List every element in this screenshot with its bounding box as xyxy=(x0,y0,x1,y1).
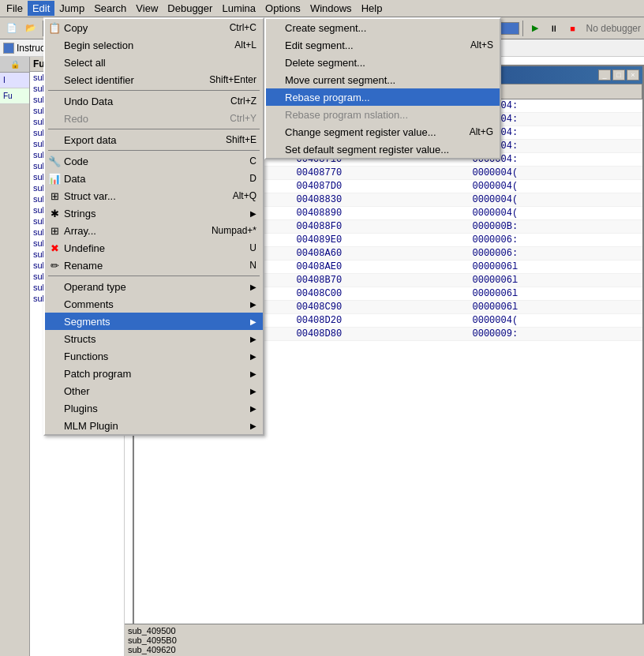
table-row[interactable]: .text 00408D20 0000004( xyxy=(135,314,642,328)
cell-start: 00408650 xyxy=(290,126,466,140)
func-item[interactable]: sub_ xyxy=(30,149,124,160)
win-minimize[interactable]: _ xyxy=(598,69,611,81)
func-item[interactable]: sub_ xyxy=(30,171,124,182)
func-item[interactable]: sub_ xyxy=(30,216,124,227)
segment-table-container[interactable]: Segment Start Length .text 00408590 0000… xyxy=(134,84,642,647)
table-row[interactable]: .text 00408A60 0000006: xyxy=(135,247,642,261)
func-item[interactable]: sub_ xyxy=(30,116,124,127)
toolbar-open[interactable]: 📂 xyxy=(22,20,39,37)
menu-search[interactable]: Search xyxy=(89,1,131,16)
cell-length: 0000004: xyxy=(466,99,642,113)
func-item[interactable]: sub_ xyxy=(30,282,124,293)
menu-file[interactable]: File xyxy=(2,1,28,16)
menu-options[interactable]: Options xyxy=(260,1,305,16)
menu-view[interactable]: View xyxy=(131,1,163,16)
func-item[interactable]: sub_ xyxy=(30,271,124,282)
cell-length: 0000004: xyxy=(466,140,642,153)
func-item[interactable]: sub_ xyxy=(30,72,124,83)
legend-external: External s xyxy=(174,43,230,54)
menu-debugger[interactable]: Debugger xyxy=(163,1,217,16)
cell-segment: .text xyxy=(135,207,290,220)
func-item[interactable]: sub_ xyxy=(30,260,124,271)
cell-start: 004089E0 xyxy=(290,234,466,247)
cell-start: 004088F0 xyxy=(290,220,466,234)
table-row[interactable]: .text 00408AE0 0000006l xyxy=(135,261,642,274)
table-row[interactable]: .text 004085F0 0000004: xyxy=(135,113,642,126)
table-row[interactable]: .text 00408830 0000004( xyxy=(135,193,642,207)
menu-bar: File Edit Jump Search View Debugger Lumi… xyxy=(0,0,644,17)
func-item[interactable]: sub_ xyxy=(30,83,124,94)
table-row[interactable]: .text 00408650 0000004: xyxy=(135,126,642,140)
legend-unexplored: Unexplored xyxy=(107,43,168,54)
debug-stop[interactable]: ■ xyxy=(564,20,582,37)
col-length: Length xyxy=(466,84,642,99)
menu-edit[interactable]: Edit xyxy=(28,1,54,16)
cell-length: 0000004( xyxy=(466,193,642,207)
cell-start: 00408C00 xyxy=(290,287,466,301)
table-row[interactable]: .text 00408770 0000004( xyxy=(135,167,642,180)
unexplored-color xyxy=(107,43,118,54)
func-item[interactable]: sub_ xyxy=(30,293,124,304)
data-color xyxy=(66,43,77,54)
func-item[interactable]: sub_ xyxy=(30,227,124,238)
cell-start: 00408890 xyxy=(290,207,466,220)
func-item[interactable]: sub_ xyxy=(30,138,124,149)
debug-run[interactable]: ▶ xyxy=(526,20,544,37)
left-nav-item2[interactable]: Fu xyxy=(0,88,29,104)
cell-length: 0000004: xyxy=(466,126,642,140)
cell-segment: .text xyxy=(135,261,290,274)
cell-start: 004086B0 xyxy=(290,140,466,153)
table-row[interactable]: .text 00408C90 0000006l xyxy=(135,301,642,314)
table-row[interactable]: .text 00408B70 0000006l xyxy=(135,274,642,287)
status-bar: sub_409500 sub_4095B0 sub_409620 xyxy=(125,624,644,656)
legend-bar: Instruction Data Unexplored External s xyxy=(0,39,644,57)
table-row[interactable]: .text 004087D0 0000004( xyxy=(135,180,642,193)
debug-pause[interactable]: ⏸ xyxy=(545,20,563,37)
data-label: Data xyxy=(80,43,99,54)
table-row[interactable]: .text 00408710 0000004: xyxy=(135,153,642,167)
win-maximize[interactable]: □ xyxy=(612,69,625,81)
cell-length: 0000006: xyxy=(466,234,642,247)
cell-segment: .text xyxy=(135,126,290,140)
legend-instruction: Instruction xyxy=(3,43,60,54)
toolbar-save[interactable]: 💾 xyxy=(47,20,64,37)
instruction-color xyxy=(3,43,14,54)
cell-length: 000000B: xyxy=(466,220,642,234)
table-row[interactable]: .text 00408C00 0000006l xyxy=(135,287,642,301)
cell-length: 0000004( xyxy=(466,180,642,193)
menu-jump[interactable]: Jump xyxy=(54,1,89,16)
col-segment: Segment xyxy=(135,84,290,99)
func-item[interactable]: sub_ xyxy=(30,160,124,171)
status-item: sub_409620 xyxy=(128,645,641,654)
func-item[interactable]: sub_ xyxy=(30,238,124,249)
table-row[interactable]: .text 004089E0 0000006: xyxy=(135,234,642,247)
cell-start: 004087D0 xyxy=(290,180,466,193)
left-nav-item[interactable]: I xyxy=(0,73,29,88)
cell-segment: .text xyxy=(135,113,290,126)
table-row[interactable]: .text 004088F0 000000B: xyxy=(135,220,642,234)
left-panel: 🔒 I Fu xyxy=(0,57,30,656)
menu-lumina[interactable]: Lumina xyxy=(217,1,260,16)
external-color xyxy=(174,43,185,54)
func-item[interactable]: sub_ xyxy=(30,127,124,138)
win-close[interactable]: × xyxy=(627,69,639,81)
func-item[interactable]: sub_ xyxy=(30,182,124,193)
func-item[interactable]: sub_ xyxy=(30,249,124,260)
status-item: sub_4095B0 xyxy=(128,635,641,645)
func-item[interactable]: sub_ xyxy=(30,105,124,116)
segment-window-title: _ □ × xyxy=(134,66,642,84)
cell-segment: .text xyxy=(135,99,290,113)
func-item[interactable]: sub_ xyxy=(30,204,124,216)
cell-length: 0000004( xyxy=(466,314,642,328)
menu-help[interactable]: Help xyxy=(357,1,388,16)
table-row[interactable]: .text 00408D80 0000009: xyxy=(135,328,642,341)
func-item[interactable]: sub_ xyxy=(30,94,124,105)
toolbar-new[interactable]: 📄 xyxy=(3,20,21,37)
table-row[interactable]: .text 00408890 0000004( xyxy=(135,207,642,220)
func-item[interactable]: sub_ xyxy=(30,193,124,204)
table-row[interactable]: .text 004086B0 0000004: xyxy=(135,140,642,153)
func-panel: Func sub_ sub_ sub_ sub_ sub_ sub_ sub_ … xyxy=(30,57,125,656)
cell-start: 00408590 xyxy=(290,99,466,113)
menu-windows[interactable]: Windows xyxy=(305,1,357,16)
table-row[interactable]: .text 00408590 0000004: xyxy=(135,99,642,113)
